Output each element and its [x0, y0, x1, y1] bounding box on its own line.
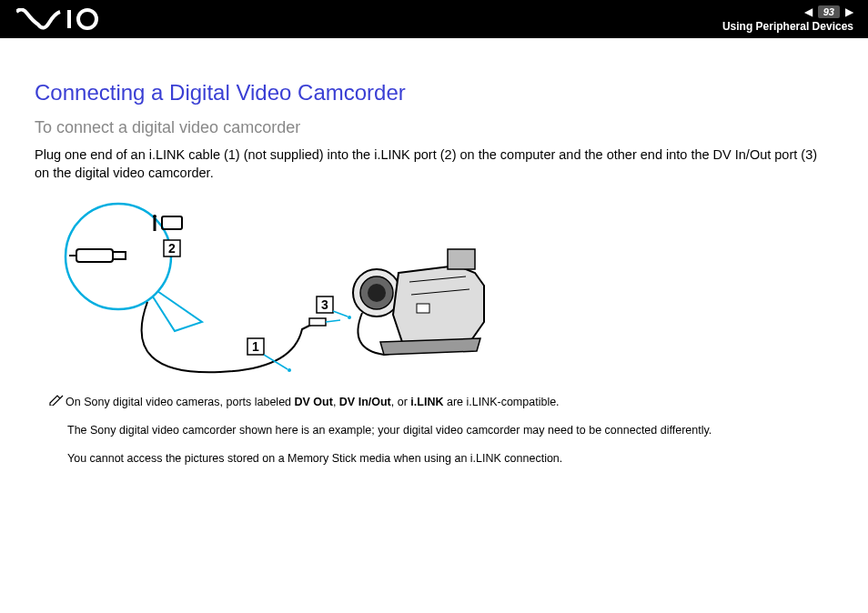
svg-point-20	[368, 284, 386, 302]
note-1: On Sony digital video cameras, ports lab…	[67, 395, 833, 410]
connection-diagram: 2 1 3	[56, 195, 530, 386]
note-icon	[49, 395, 64, 410]
svg-rect-24	[417, 304, 429, 313]
camcorder-icon	[353, 249, 484, 355]
svg-point-1	[78, 10, 96, 28]
svg-rect-21	[448, 249, 475, 269]
svg-point-17	[348, 316, 351, 319]
svg-line-11	[326, 320, 340, 322]
page-navigation: ◀ 93 ▶	[804, 5, 853, 18]
callout-2: 2	[168, 241, 176, 256]
header-bar: ◀ 93 ▶ Using Peripheral Devices	[0, 0, 868, 38]
svg-rect-0	[67, 10, 71, 28]
notes-block: On Sony digital video cameras, ports lab…	[67, 395, 833, 467]
svg-rect-10	[309, 318, 326, 326]
svg-point-7	[153, 215, 156, 218]
svg-line-13	[264, 355, 288, 369]
page-subtitle: To connect a digital video camcorder	[35, 118, 833, 137]
next-page-arrow[interactable]: ▶	[845, 5, 853, 18]
svg-rect-6	[162, 216, 182, 229]
svg-line-16	[333, 311, 348, 317]
prev-page-arrow[interactable]: ◀	[804, 5, 812, 18]
page-content: Connecting a Digital Video Camcorder To …	[0, 38, 868, 467]
section-title: Using Peripheral Devices	[722, 20, 853, 33]
vaio-logo	[16, 8, 116, 30]
callout-1: 1	[252, 339, 259, 354]
note-2: The Sony digital video camcorder shown h…	[67, 423, 833, 438]
note-3: You cannot access the pictures stored on…	[67, 451, 833, 467]
page-title: Connecting a Digital Video Camcorder	[35, 80, 833, 106]
svg-point-14	[288, 368, 291, 372]
instruction-text: Plug one end of an i.LINK cable (1) (not…	[35, 146, 833, 182]
header-right: ◀ 93 ▶ Using Peripheral Devices	[722, 5, 853, 33]
callout-3: 3	[321, 297, 328, 312]
page-number: 93	[818, 5, 840, 18]
